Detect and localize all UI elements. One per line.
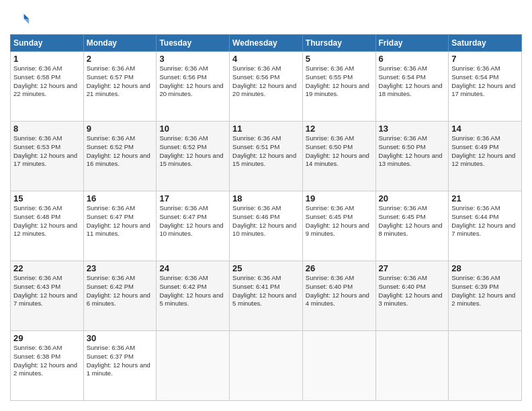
day-number: 13 (379, 124, 446, 134)
calendar-cell: 16 Sunrise: 6:36 AMSunset: 6:47 PMDaylig… (83, 191, 157, 261)
calendar-cell: 26 Sunrise: 6:36 AMSunset: 6:40 PMDaylig… (302, 261, 375, 331)
day-number: 22 (13, 263, 81, 273)
calendar-day-header: Tuesday (157, 35, 230, 52)
calendar-day-header: Saturday (449, 35, 522, 52)
calendar-cell: 3 Sunrise: 6:36 AMSunset: 6:56 PMDayligh… (157, 52, 230, 122)
day-number: 3 (159, 54, 226, 64)
calendar-cell: 11 Sunrise: 6:36 AMSunset: 6:51 PMDaylig… (230, 122, 303, 191)
cell-info: Sunrise: 6:36 AMSunset: 6:47 PMDaylight:… (87, 204, 150, 237)
calendar-table: SundayMondayTuesdayWednesdayThursdayFrid… (10, 34, 522, 401)
day-number: 30 (87, 333, 154, 343)
cell-info: Sunrise: 6:36 AMSunset: 6:54 PMDaylight:… (379, 64, 443, 97)
svg-marker-0 (24, 14, 29, 19)
day-number: 17 (159, 193, 226, 203)
cell-info: Sunrise: 6:36 AMSunset: 6:38 PMDaylight:… (13, 344, 77, 377)
calendar-cell (157, 331, 230, 401)
cell-info: Sunrise: 6:36 AMSunset: 6:58 PMDaylight:… (13, 64, 77, 97)
cell-info: Sunrise: 6:36 AMSunset: 6:42 PMDaylight:… (159, 274, 223, 307)
day-number: 15 (13, 193, 81, 203)
calendar-cell: 23 Sunrise: 6:36 AMSunset: 6:42 PMDaylig… (83, 261, 157, 331)
calendar-week-row: 8 Sunrise: 6:36 AMSunset: 6:53 PMDayligh… (11, 122, 522, 191)
calendar-cell: 19 Sunrise: 6:36 AMSunset: 6:45 PMDaylig… (302, 191, 375, 261)
calendar-cell: 25 Sunrise: 6:36 AMSunset: 6:41 PMDaylig… (230, 261, 303, 331)
day-number: 8 (13, 124, 81, 134)
day-number: 14 (451, 124, 519, 134)
cell-info: Sunrise: 6:36 AMSunset: 6:51 PMDaylight:… (232, 134, 296, 167)
calendar-cell: 30 Sunrise: 6:36 AMSunset: 6:37 PMDaylig… (83, 331, 157, 401)
cell-info: Sunrise: 6:36 AMSunset: 6:52 PMDaylight:… (87, 134, 150, 167)
calendar-day-header: Monday (83, 35, 157, 52)
cell-info: Sunrise: 6:36 AMSunset: 6:50 PMDaylight:… (379, 134, 443, 167)
calendar-cell (449, 331, 522, 401)
cell-info: Sunrise: 6:36 AMSunset: 6:56 PMDaylight:… (159, 64, 223, 97)
cell-info: Sunrise: 6:36 AMSunset: 6:45 PMDaylight:… (306, 204, 369, 237)
day-number: 9 (87, 124, 154, 134)
logo-icon (10, 10, 29, 29)
calendar-day-header: Thursday (302, 35, 375, 52)
calendar-cell: 13 Sunrise: 6:36 AMSunset: 6:50 PMDaylig… (375, 122, 449, 191)
calendar-cell: 12 Sunrise: 6:36 AMSunset: 6:50 PMDaylig… (302, 122, 375, 191)
day-number: 11 (232, 124, 300, 134)
calendar-cell: 17 Sunrise: 6:36 AMSunset: 6:47 PMDaylig… (157, 191, 230, 261)
calendar-cell: 2 Sunrise: 6:36 AMSunset: 6:57 PMDayligh… (83, 52, 157, 122)
day-number: 12 (306, 124, 373, 134)
calendar-cell: 10 Sunrise: 6:36 AMSunset: 6:52 PMDaylig… (157, 122, 230, 191)
calendar-cell: 24 Sunrise: 6:36 AMSunset: 6:42 PMDaylig… (157, 261, 230, 331)
calendar-day-header: Wednesday (230, 35, 303, 52)
day-number: 28 (451, 263, 519, 273)
calendar-cell: 5 Sunrise: 6:36 AMSunset: 6:55 PMDayligh… (302, 52, 375, 122)
cell-info: Sunrise: 6:36 AMSunset: 6:43 PMDaylight:… (13, 274, 77, 307)
day-number: 10 (159, 124, 226, 134)
day-number: 20 (379, 193, 446, 203)
cell-info: Sunrise: 6:36 AMSunset: 6:54 PMDaylight:… (451, 64, 515, 97)
cell-info: Sunrise: 6:36 AMSunset: 6:42 PMDaylight:… (87, 274, 150, 307)
day-number: 7 (451, 54, 519, 64)
calendar-week-row: 1 Sunrise: 6:36 AMSunset: 6:58 PMDayligh… (11, 52, 522, 122)
header (10, 10, 522, 29)
calendar-cell: 8 Sunrise: 6:36 AMSunset: 6:53 PMDayligh… (11, 122, 84, 191)
calendar-cell: 22 Sunrise: 6:36 AMSunset: 6:43 PMDaylig… (11, 261, 84, 331)
day-number: 5 (306, 54, 373, 64)
calendar-cell: 1 Sunrise: 6:36 AMSunset: 6:58 PMDayligh… (11, 52, 84, 122)
cell-info: Sunrise: 6:36 AMSunset: 6:40 PMDaylight:… (306, 274, 369, 307)
cell-info: Sunrise: 6:36 AMSunset: 6:50 PMDaylight:… (306, 134, 369, 167)
calendar-cell: 7 Sunrise: 6:36 AMSunset: 6:54 PMDayligh… (449, 52, 522, 122)
cell-info: Sunrise: 6:36 AMSunset: 6:39 PMDaylight:… (451, 274, 515, 307)
day-number: 18 (232, 193, 300, 203)
day-number: 2 (87, 54, 154, 64)
calendar-cell: 21 Sunrise: 6:36 AMSunset: 6:44 PMDaylig… (449, 191, 522, 261)
calendar-header-row: SundayMondayTuesdayWednesdayThursdayFrid… (11, 35, 522, 52)
calendar-cell: 29 Sunrise: 6:36 AMSunset: 6:38 PMDaylig… (11, 331, 84, 401)
cell-info: Sunrise: 6:36 AMSunset: 6:53 PMDaylight:… (13, 134, 77, 167)
day-number: 4 (232, 54, 300, 64)
cell-info: Sunrise: 6:36 AMSunset: 6:48 PMDaylight:… (13, 204, 77, 237)
cell-info: Sunrise: 6:36 AMSunset: 6:57 PMDaylight:… (87, 64, 150, 97)
calendar-day-header: Sunday (11, 35, 84, 52)
calendar-cell: 20 Sunrise: 6:36 AMSunset: 6:45 PMDaylig… (375, 191, 449, 261)
cell-info: Sunrise: 6:36 AMSunset: 6:52 PMDaylight:… (159, 134, 223, 167)
calendar-cell: 18 Sunrise: 6:36 AMSunset: 6:46 PMDaylig… (230, 191, 303, 261)
calendar-cell (302, 331, 375, 401)
cell-info: Sunrise: 6:36 AMSunset: 6:47 PMDaylight:… (159, 204, 223, 237)
day-number: 29 (13, 333, 81, 343)
cell-info: Sunrise: 6:36 AMSunset: 6:37 PMDaylight:… (87, 344, 150, 377)
day-number: 27 (379, 263, 446, 273)
calendar-cell: 6 Sunrise: 6:36 AMSunset: 6:54 PMDayligh… (375, 52, 449, 122)
cell-info: Sunrise: 6:36 AMSunset: 6:46 PMDaylight:… (232, 204, 296, 237)
cell-info: Sunrise: 6:36 AMSunset: 6:44 PMDaylight:… (451, 204, 515, 237)
calendar-day-header: Friday (375, 35, 449, 52)
calendar-cell: 15 Sunrise: 6:36 AMSunset: 6:48 PMDaylig… (11, 191, 84, 261)
logo (10, 10, 32, 29)
page: SundayMondayTuesdayWednesdayThursdayFrid… (0, 0, 532, 411)
day-number: 24 (159, 263, 226, 273)
calendar-cell: 27 Sunrise: 6:36 AMSunset: 6:40 PMDaylig… (375, 261, 449, 331)
cell-info: Sunrise: 6:36 AMSunset: 6:45 PMDaylight:… (379, 204, 443, 237)
day-number: 16 (87, 193, 154, 203)
day-number: 25 (232, 263, 300, 273)
cell-info: Sunrise: 6:36 AMSunset: 6:41 PMDaylight:… (232, 274, 296, 307)
day-number: 1 (13, 54, 81, 64)
calendar-cell: 28 Sunrise: 6:36 AMSunset: 6:39 PMDaylig… (449, 261, 522, 331)
calendar-week-row: 15 Sunrise: 6:36 AMSunset: 6:48 PMDaylig… (11, 191, 522, 261)
cell-info: Sunrise: 6:36 AMSunset: 6:55 PMDaylight:… (306, 64, 369, 97)
calendar-week-row: 22 Sunrise: 6:36 AMSunset: 6:43 PMDaylig… (11, 261, 522, 331)
